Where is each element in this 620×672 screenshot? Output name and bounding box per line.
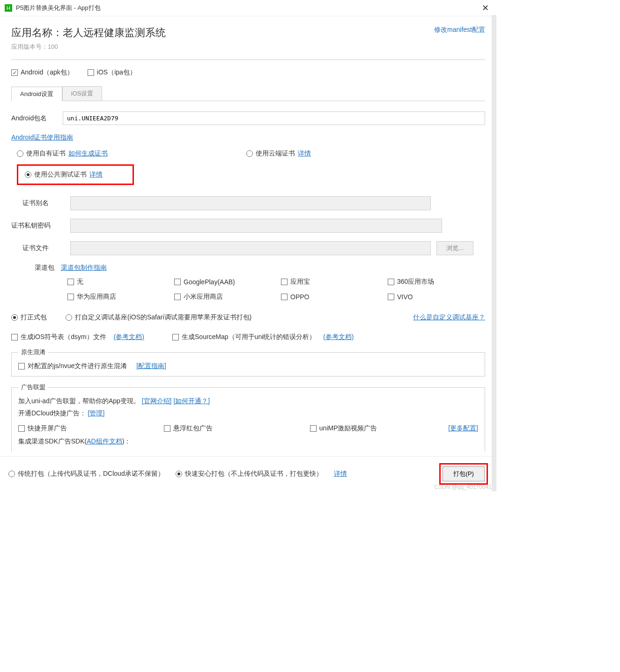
app-version: 应用版本号：100: [11, 43, 166, 51]
package-label: Android包名: [11, 114, 63, 123]
radio-icon: [25, 171, 31, 178]
manifest-link[interactable]: 修改manifest配置: [434, 26, 485, 34]
cloud-cert-link[interactable]: 详情: [298, 149, 311, 158]
dsym-doc-link[interactable]: (参考文档): [114, 333, 144, 341]
native-obfus-fieldset: 原生混淆 对配置的js/nvue文件进行原生混淆 [配置指南]: [11, 348, 485, 377]
checkbox-icon: [88, 69, 94, 76]
checkbox-icon: [174, 294, 181, 300]
android-checkbox[interactable]: Android（apk包）: [11, 68, 74, 77]
cert-file-label: 证书文件: [22, 244, 65, 252]
obfus-config-link[interactable]: [配置指南]: [136, 362, 166, 370]
sourcemap-doc-link[interactable]: (参考文档): [323, 333, 354, 341]
channel-item[interactable]: OPPO: [281, 293, 378, 301]
pack-traditional-radio[interactable]: 传统打包（上传代码及证书，DCloud承诺不保留）: [8, 470, 164, 478]
package-input[interactable]: [63, 111, 485, 125]
sourcemap-checkbox[interactable]: 生成SourceMap（可用于uni统计的错误分析） (参考文档): [172, 333, 354, 341]
cert-own-radio[interactable]: 使用自有证书 如何生成证书: [17, 149, 246, 158]
radio-icon: [8, 471, 15, 477]
ad-line1: 加入uni-ad广告联盟，帮助你的App变现。 [官网介绍] [如何开通？]: [18, 397, 478, 406]
cert-keypwd-label: 证书私钥密码: [11, 222, 65, 230]
channel-guide-link[interactable]: 渠道包制作指南: [61, 264, 107, 272]
ad-howto-link[interactable]: [如何开通？]: [173, 397, 210, 405]
pack-fast-radio[interactable]: 快速安心打包（不上传代码及证书，打包更快）: [176, 470, 323, 478]
channel-item[interactable]: 应用宝: [281, 278, 378, 286]
cert-guide-link[interactable]: Android证书使用指南: [11, 133, 73, 141]
pack-button[interactable]: 打包(P): [443, 466, 485, 481]
cert-alias-label: 证书别名: [22, 199, 65, 207]
scrollbar-track[interactable]: [492, 15, 496, 491]
checkbox-icon: [18, 425, 25, 432]
bottom-bar: 传统打包（上传代码及证书，DCloud承诺不保留） 快速安心打包（不上传代码及证…: [0, 456, 496, 491]
ad-sdk-link[interactable]: AD组件文档: [87, 437, 122, 445]
tabs: Android设置 iOS设置: [11, 86, 485, 101]
tab-ios[interactable]: iOS设置: [62, 86, 103, 101]
ad-fieldset: 广告联盟 加入uni-ad广告联盟，帮助你的App变现。 [官网介绍] [如何开…: [11, 383, 485, 451]
checkbox-icon: [174, 279, 181, 285]
radio-icon: [246, 150, 253, 157]
pack-detail-link[interactable]: 详情: [334, 470, 347, 478]
checkbox-icon: [164, 425, 170, 432]
radio-icon: [176, 471, 182, 477]
channel-item[interactable]: 华为应用商店: [67, 293, 165, 301]
ad-item[interactable]: uniMP激励视频广告: [310, 424, 448, 433]
channel-item[interactable]: 360应用市场: [388, 278, 485, 286]
checkbox-icon: [67, 279, 74, 285]
own-cert-link[interactable]: 如何生成证书: [68, 149, 108, 158]
checkbox-icon: [388, 279, 394, 285]
checkbox-icon: [18, 363, 25, 369]
checkbox-icon: [11, 334, 18, 340]
radio-icon: [66, 314, 72, 321]
cert-cloud-radio[interactable]: 使用云端证书 详情: [246, 149, 311, 158]
tab-android[interactable]: Android设置: [11, 87, 62, 101]
watermark: CSDN @qq_40170041: [434, 484, 492, 490]
checkbox-icon: [281, 294, 288, 300]
checkbox-icon: [67, 294, 74, 300]
checkbox-icon: [281, 279, 288, 285]
ad-official-link[interactable]: [官网介绍]: [142, 397, 172, 405]
browse-button[interactable]: 浏览...: [436, 241, 473, 255]
channel-item[interactable]: GooglePlay(AAB): [174, 278, 272, 286]
channel-item[interactable]: VIVO: [388, 293, 485, 301]
channel-label: 渠道包: [35, 264, 54, 272]
checkbox-icon: [310, 425, 317, 432]
checkbox-icon: [388, 294, 394, 300]
dsym-checkbox[interactable]: 生成iOS符号表（dsym）文件 (参考文档): [11, 333, 144, 341]
ad-item[interactable]: 快捷开屏广告: [18, 424, 156, 433]
ad-item[interactable]: 悬浮红包广告: [164, 424, 302, 433]
cert-alias-input[interactable]: [70, 196, 431, 210]
custom-base-link[interactable]: 什么是自定义调试基座？: [413, 313, 485, 322]
radio-icon: [17, 150, 23, 157]
ad-line2: 开通DCloud快捷广告： [管理]: [18, 409, 478, 418]
app-name: 应用名称：老人远程健康监测系统: [11, 26, 166, 40]
channel-item[interactable]: 无: [67, 278, 165, 286]
cert-file-input[interactable]: [70, 241, 431, 255]
ad-more-link[interactable]: [更多配置]: [448, 424, 478, 433]
native-obfus-legend: 原生混淆: [18, 348, 48, 356]
channel-item[interactable]: 小米应用商店: [174, 293, 272, 301]
close-icon[interactable]: ✕: [479, 3, 492, 13]
cert-keypwd-input[interactable]: [70, 219, 442, 233]
ios-checkbox[interactable]: iOS（ipa包）: [88, 68, 136, 77]
pack-btn-highlight: 打包(P): [439, 463, 488, 485]
separator: [11, 59, 485, 60]
ad-sdk-line: 集成渠道SDK广告SDK(AD组件文档)：: [18, 437, 478, 446]
build-official-radio[interactable]: 打正式包: [11, 313, 47, 322]
public-cert-link[interactable]: 详情: [89, 170, 103, 179]
build-custom-radio[interactable]: 打自定义调试基座(iOS的Safari调试需要用苹果开发证书打包): [66, 313, 251, 322]
cert-public-radio[interactable]: 使用公共测试证书 详情: [25, 170, 103, 179]
native-obfus-checkbox[interactable]: 对配置的js/nvue文件进行原生混淆 [配置指南]: [18, 362, 478, 370]
radio-icon: [11, 314, 18, 321]
public-cert-highlight: 使用公共测试证书 详情: [17, 164, 134, 185]
title-bar: H P5图片替换美化界面 - App打包 ✕: [0, 0, 496, 16]
window-title: P5图片替换美化界面 - App打包: [16, 4, 479, 12]
ad-manage-link[interactable]: [管理]: [88, 409, 105, 417]
checkbox-icon: [172, 334, 179, 340]
ad-legend: 广告联盟: [18, 383, 48, 391]
app-icon: H: [5, 4, 12, 12]
checkbox-icon: [11, 69, 18, 76]
